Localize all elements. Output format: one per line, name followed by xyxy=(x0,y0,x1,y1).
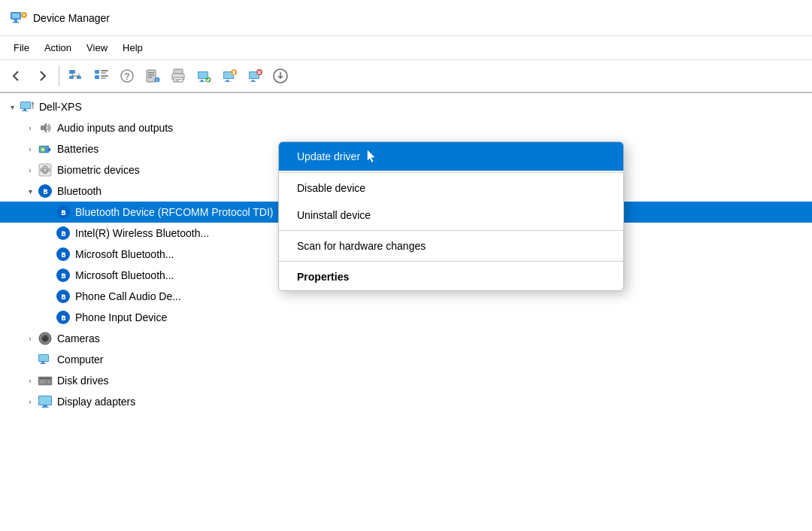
download-button[interactable] xyxy=(268,64,292,88)
bt-device-3-icon: ʙ xyxy=(56,247,71,262)
menu-view[interactable]: View xyxy=(79,39,115,56)
no-expand-4 xyxy=(42,269,54,281)
svg-rect-14 xyxy=(95,75,99,79)
svg-point-66 xyxy=(44,337,45,338)
ctx-uninstall-device-label: Uninstall device xyxy=(297,209,371,221)
svg-rect-31 xyxy=(198,72,208,78)
svg-rect-72 xyxy=(39,378,51,379)
svg-rect-77 xyxy=(39,396,51,405)
tree-view-button[interactable] xyxy=(64,64,88,88)
detail-view-button[interactable] xyxy=(89,64,114,88)
svg-rect-54 xyxy=(49,148,50,151)
svg-rect-48 xyxy=(23,109,26,111)
svg-rect-5 xyxy=(69,70,75,74)
svg-rect-3 xyxy=(13,22,19,23)
svg-rect-2 xyxy=(14,20,17,22)
bt-device-5-label: Phone Call Audio De... xyxy=(75,290,812,302)
svg-rect-7 xyxy=(77,76,81,79)
svg-text:?: ? xyxy=(124,71,129,82)
tree-item-bt-device-6[interactable]: ʙ Phone Input Device xyxy=(0,307,812,328)
ctx-disable-device[interactable]: Disable device xyxy=(279,174,623,202)
menu-file[interactable]: File xyxy=(6,39,37,56)
bt-device-6-label: Phone Input Device xyxy=(75,311,812,323)
svg-rect-1 xyxy=(12,14,20,18)
svg-rect-15 xyxy=(101,75,108,77)
no-expand-1 xyxy=(42,206,54,218)
tree-item-root[interactable]: ▾ Dell-XPS xyxy=(0,96,812,117)
svg-rect-6 xyxy=(69,76,74,79)
bt-device-4-icon: ʙ xyxy=(56,268,71,283)
ctx-sep-3 xyxy=(279,261,623,262)
svg-point-73 xyxy=(47,381,50,384)
ctx-sep-1 xyxy=(279,172,623,173)
ctx-scan-hardware[interactable]: Scan for hardware changes xyxy=(279,232,623,259)
svg-rect-37 xyxy=(226,80,229,81)
root-label: Dell-XPS xyxy=(39,101,812,113)
svg-rect-70 xyxy=(40,363,46,364)
svg-rect-78 xyxy=(43,405,47,407)
svg-rect-74 xyxy=(40,381,46,381)
expand-audio[interactable]: › xyxy=(24,122,36,134)
display-icon xyxy=(38,394,53,409)
expand-cameras[interactable]: › xyxy=(24,332,36,344)
camera-icon xyxy=(38,331,53,346)
no-expand-3 xyxy=(42,248,54,260)
svg-rect-13 xyxy=(101,72,106,74)
tree-item-computer[interactable]: Computer xyxy=(0,349,812,370)
disk-icon xyxy=(38,373,53,388)
svg-rect-79 xyxy=(41,407,49,408)
expand-bluetooth[interactable]: ▾ xyxy=(24,185,36,197)
tree-item-diskdrives[interactable]: › Disk drives xyxy=(0,370,812,391)
bt-device-5-icon: ʙ xyxy=(56,289,71,304)
menu-action[interactable]: Action xyxy=(37,39,79,56)
bluetooth-category-icon: ʙ xyxy=(38,184,53,199)
audio-icon xyxy=(38,120,53,135)
diskdrives-label: Disk drives xyxy=(57,375,812,387)
expand-biometric[interactable]: › xyxy=(24,164,36,176)
tree-item-cameras[interactable]: › Cameras xyxy=(0,328,812,349)
menu-bar: File Action View Help xyxy=(0,36,812,60)
update-driver-toolbar-button[interactable] xyxy=(217,64,241,88)
print-button[interactable] xyxy=(166,64,190,88)
computer-item-icon xyxy=(38,352,53,367)
svg-rect-11 xyxy=(95,70,99,74)
expand-diskdrives[interactable]: › xyxy=(24,375,36,387)
bt-device-1-icon: ʙ xyxy=(56,205,71,220)
biometric-icon xyxy=(38,162,53,178)
svg-text:i: i xyxy=(156,77,158,83)
remove-button[interactable] xyxy=(243,64,267,88)
no-expand-2 xyxy=(42,227,54,239)
properties-button[interactable]: i xyxy=(141,64,165,88)
ctx-disable-device-label: Disable device xyxy=(297,182,365,194)
forward-button[interactable] xyxy=(30,64,54,88)
ctx-sep-2 xyxy=(279,230,623,231)
audio-label: Audio inputs and outputs xyxy=(57,122,812,134)
battery-icon xyxy=(38,141,53,156)
svg-rect-33 xyxy=(199,81,205,82)
computer-item-label: Computer xyxy=(57,353,812,366)
tree-item-displayadapters[interactable]: › Display adapters xyxy=(0,391,812,412)
expand-displayadapters[interactable]: › xyxy=(24,396,36,408)
expand-root[interactable]: ▾ xyxy=(6,101,18,113)
svg-rect-69 xyxy=(41,362,44,363)
svg-rect-29 xyxy=(175,80,179,81)
svg-rect-43 xyxy=(250,81,256,82)
toolbar-sep-1 xyxy=(59,65,59,86)
svg-rect-51 xyxy=(32,103,34,105)
svg-rect-12 xyxy=(101,70,108,71)
computer-icon xyxy=(20,99,35,114)
no-expand-6 xyxy=(42,311,54,323)
tree-item-audio[interactable]: › Audio inputs and outputs xyxy=(0,117,812,138)
back-button[interactable] xyxy=(5,64,29,88)
svg-rect-42 xyxy=(252,80,254,81)
ctx-properties[interactable]: Properties xyxy=(279,263,623,290)
toolbar: ? i xyxy=(0,60,812,93)
menu-help[interactable]: Help xyxy=(115,39,150,56)
svg-rect-47 xyxy=(21,102,30,108)
scan-button[interactable] xyxy=(192,64,216,88)
ctx-update-driver[interactable]: Update driver xyxy=(279,142,623,171)
ctx-uninstall-device[interactable]: Uninstall device xyxy=(279,202,623,229)
main-content: ▾ Dell-XPS › xyxy=(0,93,812,531)
help-button[interactable]: ? xyxy=(115,64,139,88)
expand-batteries[interactable]: › xyxy=(24,143,36,155)
